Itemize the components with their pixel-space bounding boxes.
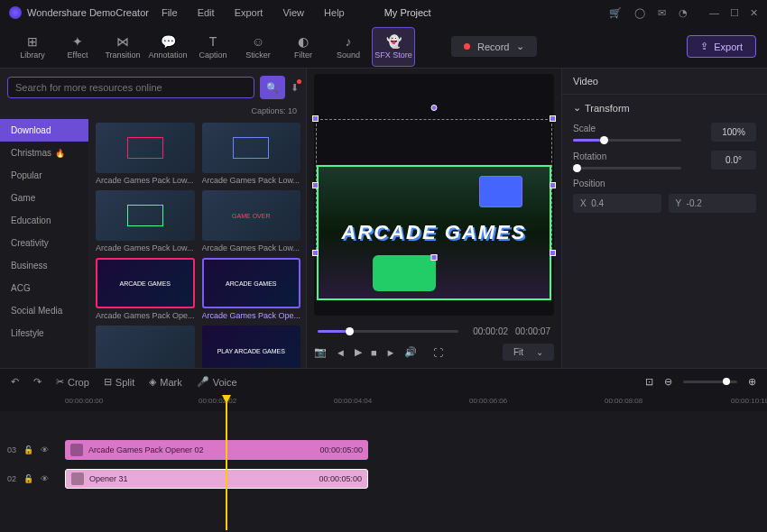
next-frame-icon[interactable]: ► <box>386 347 396 358</box>
position-x-input[interactable]: X 0.4 <box>573 194 661 213</box>
tool-library[interactable]: ⊞Library <box>11 27 54 67</box>
help-icon[interactable]: ◔ <box>679 7 688 19</box>
resize-handle[interactable] <box>550 250 556 256</box>
transform-section[interactable]: ⌄Transform <box>573 102 756 114</box>
thumb-item[interactable]: GAME OVERArcade Games Pack Low... <box>202 190 301 252</box>
thumb-item[interactable]: PLAY ARCADE GAMES <box>202 326 301 368</box>
crop-button[interactable]: ✂ Crop <box>56 376 89 388</box>
playhead[interactable] <box>226 395 227 530</box>
zoom-in-icon[interactable]: ⊕ <box>748 376 756 388</box>
tool-caption[interactable]: TCaption <box>191 27 235 67</box>
close-icon[interactable]: ✕ <box>750 7 758 19</box>
user-icon[interactable]: ◯ <box>634 7 645 19</box>
resize-handle[interactable] <box>312 115 319 122</box>
thumb-item[interactable]: ARCADE GAMESArcade Games Pack Ope... <box>96 258 195 320</box>
resize-handle[interactable] <box>550 182 556 188</box>
redo-icon[interactable]: ↷ <box>33 376 42 388</box>
scale-value[interactable]: 100% <box>711 123 756 142</box>
thumb-item[interactable] <box>96 326 195 368</box>
tool-filter[interactable]: ◐Filter <box>282 27 325 67</box>
cart-icon[interactable]: 🛒 <box>609 7 622 19</box>
snapshot-icon[interactable]: 📷 <box>314 346 327 358</box>
cat-social[interactable]: Social Media <box>0 299 88 322</box>
tool-sticker[interactable]: ☺Sticker <box>236 27 280 67</box>
menu-view[interactable]: View <box>282 7 304 18</box>
timeline-clip[interactable]: Opener 3100:00:05:00 <box>65 469 368 489</box>
fit-timeline-icon[interactable]: ⊡ <box>645 376 653 388</box>
resize-handle[interactable] <box>431 254 438 261</box>
titlebar-right: 🛒 ◯ ✉ ◔ — ☐ ✕ <box>609 7 758 19</box>
cat-creativity[interactable]: Creativity <box>0 232 88 254</box>
scale-slider[interactable] <box>573 139 681 142</box>
search-box[interactable] <box>7 77 254 98</box>
tool-annotation[interactable]: 💬Annotation <box>146 27 189 67</box>
logo-icon <box>9 6 22 19</box>
undo-icon[interactable]: ↶ <box>11 376 19 388</box>
position-y-input[interactable]: Y -0.2 <box>669 194 757 213</box>
fullscreen-icon[interactable]: ⛶ <box>433 347 443 358</box>
fit-select[interactable]: Fit⌄ <box>503 344 554 361</box>
download-button[interactable]: ⬇ <box>291 82 299 94</box>
export-button[interactable]: ⇪ Export <box>687 35 756 58</box>
cat-download[interactable]: Download <box>0 119 88 142</box>
voice-button[interactable]: 🎤 Voice <box>197 376 237 388</box>
eye-icon[interactable]: 👁 <box>41 445 49 454</box>
zoom-slider[interactable] <box>683 381 737 383</box>
progress-bar[interactable] <box>318 330 458 333</box>
lock-icon[interactable]: 🔓 <box>23 445 33 454</box>
thumb-item[interactable]: ARCADE GAMESArcade Games Pack Ope... <box>202 258 301 320</box>
menu-edit[interactable]: Edit <box>198 7 215 18</box>
mark-button[interactable]: ◈ Mark <box>149 376 181 388</box>
slider-thumb[interactable] <box>573 164 581 172</box>
timeline[interactable]: 00:00:00:00 00:00:02:02 00:00:04:04 00:0… <box>0 395 767 530</box>
lock-icon[interactable]: 🔓 <box>23 474 33 483</box>
timeline-clip[interactable]: Arcade Games Pack Opener 0200:00:05:00 <box>65 440 368 460</box>
search-button[interactable]: 🔍 <box>260 76 285 99</box>
tool-sound[interactable]: ♪Sound <box>327 27 370 67</box>
menu-file[interactable]: File <box>162 7 178 18</box>
timeline-toolbar: ↶ ↷ ✂ Crop ⊟ Split ◈ Mark 🎤 Voice ⊡ ⊖ ⊕ <box>0 368 767 395</box>
selection-box[interactable]: ARCADE GAMES <box>316 119 552 254</box>
tool-sfx-store[interactable]: 👻SFX Store <box>372 27 415 67</box>
record-button[interactable]: Record ⌄ <box>451 36 537 57</box>
prev-frame-icon[interactable]: ◄ <box>336 347 346 358</box>
zoom-thumb[interactable] <box>723 378 730 385</box>
cat-christmas[interactable]: Christmas🔥 <box>0 142 88 164</box>
rotation-value[interactable]: 0.0° <box>711 151 756 170</box>
resize-handle[interactable] <box>312 182 319 188</box>
cat-business[interactable]: Business <box>0 254 88 277</box>
timeline-ruler[interactable]: 00:00:00:00 00:00:02:02 00:00:04:04 00:0… <box>0 395 767 411</box>
split-button[interactable]: ⊟ Split <box>104 376 134 388</box>
resize-handle[interactable] <box>312 250 319 256</box>
rotate-handle[interactable] <box>431 105 438 111</box>
thumb-item[interactable]: Arcade Games Pack Low... <box>96 190 195 252</box>
preview-canvas[interactable]: ARCADE GAMES <box>314 74 554 316</box>
progress-thumb[interactable] <box>346 327 354 335</box>
maximize-icon[interactable]: ☐ <box>730 7 739 19</box>
cat-education[interactable]: Education <box>0 209 88 232</box>
menu-export[interactable]: Export <box>235 7 263 18</box>
cat-game[interactable]: Game <box>0 187 88 209</box>
resize-handle[interactable] <box>550 115 556 122</box>
cat-lifestyle[interactable]: Lifestyle <box>0 322 88 344</box>
slider-thumb[interactable] <box>600 136 608 144</box>
video-tab[interactable]: Video <box>562 69 767 95</box>
thumb-item[interactable]: Arcade Games Pack Low... <box>96 123 195 185</box>
search-input[interactable] <box>15 82 246 93</box>
thumb-item[interactable]: Arcade Games Pack Low... <box>202 123 301 185</box>
zoom-out-icon[interactable]: ⊖ <box>664 376 672 388</box>
mail-icon[interactable]: ✉ <box>658 7 666 19</box>
sfx-icon: 👻 <box>386 34 402 49</box>
rotation-slider[interactable] <box>573 167 681 170</box>
minimize-icon[interactable]: — <box>709 7 719 19</box>
cat-popular[interactable]: Popular <box>0 164 88 187</box>
cat-acg[interactable]: ACG <box>0 277 88 299</box>
tool-transition[interactable]: ⋈Transition <box>101 27 144 67</box>
stop-icon[interactable]: ■ <box>371 347 377 358</box>
eye-icon[interactable]: 👁 <box>41 474 49 483</box>
play-icon[interactable]: ▶ <box>355 346 362 358</box>
volume-icon[interactable]: 🔊 <box>404 346 417 358</box>
chevron-down-icon: ⌄ <box>536 347 543 357</box>
tool-effect[interactable]: ✦Effect <box>56 27 99 67</box>
menu-help[interactable]: Help <box>324 7 345 18</box>
